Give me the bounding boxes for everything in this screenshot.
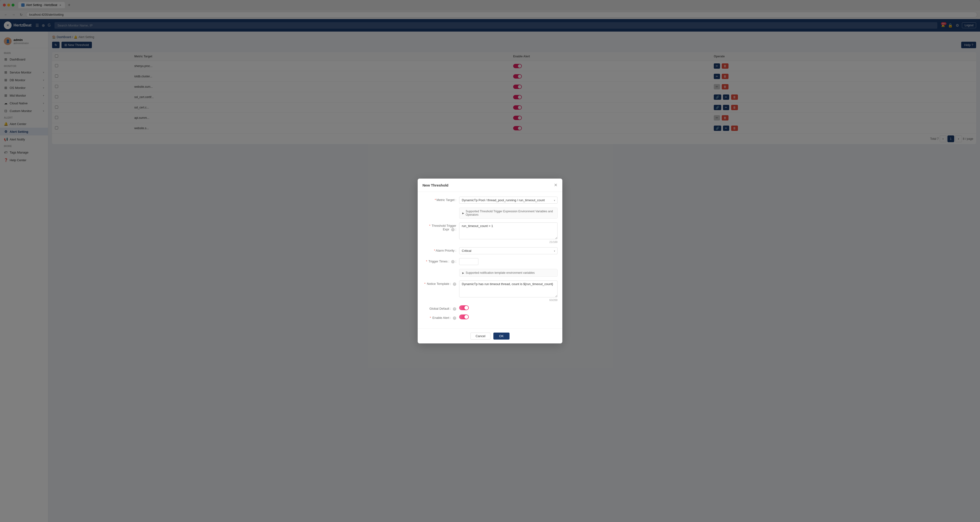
cancel-button[interactable]: Cancel: [471, 333, 490, 340]
trigger-times-row: * Trigger Times : ? : 3: [423, 258, 557, 265]
trigger-times-control: 3: [459, 258, 557, 265]
notification-info-header[interactable]: ▶ Supported notification template enviro…: [460, 269, 557, 276]
threshold-char-count: 21/100: [459, 241, 557, 243]
enable-alert-label: * Enable Alert : ?: [423, 314, 456, 320]
alarm-priority-label: *Alarm Priority :: [423, 247, 456, 252]
threshold-expr-textarea[interactable]: run_timeout_count > 1: [459, 222, 557, 239]
metric-target-label: *Metric Target :: [423, 197, 456, 202]
modal-header: New Threshold ✕: [418, 179, 562, 192]
threshold-expr-row: * Threshold Trigger Expr ? : run_timeout…: [423, 222, 557, 243]
notice-template-row: * Notice Template : ? DynamicTp has run …: [423, 281, 557, 301]
notice-template-textarea[interactable]: DynamicTp has run timeout thread, count …: [459, 281, 557, 297]
threshold-info-row: ▶ Supported Threshold Trigger Expression…: [423, 208, 557, 219]
notice-template-control: DynamicTp has run timeout thread, count …: [459, 281, 557, 301]
notification-info-row: ▶ Supported notification template enviro…: [423, 269, 557, 277]
global-default-info-icon[interactable]: ?: [453, 307, 456, 311]
global-default-toggle[interactable]: [459, 305, 469, 310]
notification-info-control: ▶ Supported notification template enviro…: [459, 269, 557, 277]
global-default-control: [459, 305, 557, 310]
notice-template-info-icon[interactable]: ?: [453, 282, 456, 286]
global-default-row: Global Default : ?: [423, 305, 557, 311]
notice-template-label: * Notice Template : ?: [423, 281, 456, 286]
modal-title: New Threshold: [423, 183, 449, 187]
threshold-expr-label: * Threshold Trigger Expr ? :: [423, 222, 456, 232]
modal-body: *Metric Target : DynamicTp Pool / thread…: [418, 192, 562, 328]
threshold-expr-control: run_timeout_count > 1 21/100: [459, 222, 557, 243]
enable-alert-row: * Enable Alert : ?: [423, 314, 557, 320]
alarm-priority-row: *Alarm Priority : Critical Warning Info: [423, 247, 557, 254]
enable-alert-toggle-group: [459, 314, 557, 319]
ok-button[interactable]: OK: [493, 333, 509, 340]
alarm-priority-select-wrapper: Critical Warning Info: [459, 247, 557, 254]
threshold-expr-info-icon[interactable]: ?: [451, 228, 455, 232]
global-default-label: Global Default : ?: [423, 305, 456, 311]
metric-target-row: *Metric Target : DynamicTp Pool / thread…: [423, 197, 557, 204]
modal-footer: Cancel OK: [418, 328, 562, 343]
threshold-info-collapsible: ▶ Supported Threshold Trigger Expression…: [459, 208, 557, 219]
notification-info-text: Supported notification template environm…: [466, 271, 535, 274]
notice-char-count: 63/200: [459, 298, 557, 301]
metric-target-select[interactable]: DynamicTp Pool / thread_pool_running / r…: [459, 197, 557, 204]
metric-target-select-wrapper: DynamicTp Pool / thread_pool_running / r…: [459, 197, 557, 204]
modal-overlay[interactable]: New Threshold ✕ *Metric Target : Dynamic…: [0, 0, 980, 522]
alarm-priority-select[interactable]: Critical Warning Info: [459, 247, 557, 254]
enable-alert-info-icon[interactable]: ?: [453, 316, 456, 320]
notification-info-collapsible: ▶ Supported notification template enviro…: [459, 269, 557, 277]
trigger-times-input[interactable]: 3: [459, 258, 479, 265]
modal-close-button[interactable]: ✕: [554, 182, 557, 188]
collapse-arrow-icon: ▶: [462, 271, 464, 274]
threshold-info-header[interactable]: ▶ Supported Threshold Trigger Expression…: [460, 208, 557, 218]
new-threshold-modal: New Threshold ✕ *Metric Target : Dynamic…: [418, 179, 562, 343]
collapse-arrow-icon: ▶: [462, 212, 464, 214]
notification-info-spacer: [423, 269, 456, 270]
alarm-priority-control: Critical Warning Info: [459, 247, 557, 254]
global-default-toggle-group: [459, 305, 557, 310]
enable-alert-toggle[interactable]: [459, 314, 469, 319]
trigger-times-info-icon[interactable]: ?: [451, 260, 455, 263]
metric-target-control: DynamicTp Pool / thread_pool_running / r…: [459, 197, 557, 204]
threshold-info-text: Supported Threshold Trigger Expression E…: [466, 209, 554, 216]
threshold-info-spacer: [423, 208, 456, 209]
enable-alert-control: [459, 314, 557, 319]
trigger-times-label: * Trigger Times : ? :: [423, 258, 456, 263]
threshold-info-control: ▶ Supported Threshold Trigger Expression…: [459, 208, 557, 219]
